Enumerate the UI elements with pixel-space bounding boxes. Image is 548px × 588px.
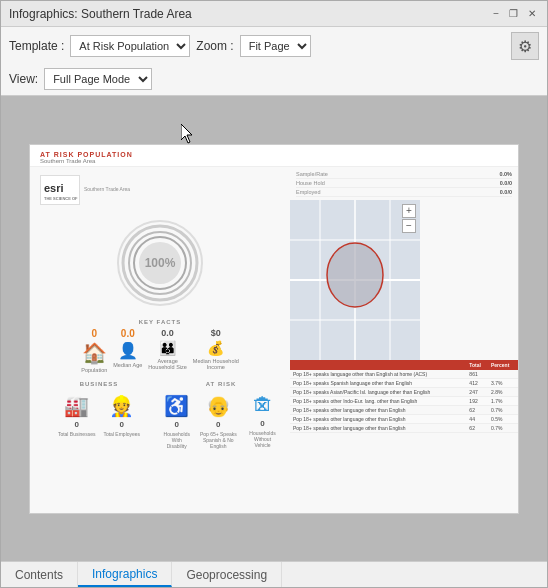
table-cell-1-1: 412 — [466, 378, 488, 387]
ig-body: esri THE SCIENCE OF WHERE Southern Trade… — [30, 167, 518, 513]
title-bar: Infographics: Southern Trade Area − ❐ ✕ — [1, 1, 547, 27]
template-label: Template : — [9, 39, 64, 53]
biz-total-employees-label: Total Employees — [103, 431, 140, 437]
stats-employed-label: Employed — [296, 189, 320, 195]
restore-button[interactable]: ❐ — [506, 7, 521, 20]
senior-icon: 👴 — [206, 394, 231, 418]
person-icon: 👤 — [118, 341, 138, 360]
stats-sample-value: 0.0% — [499, 171, 512, 177]
fact-income-label: Median HouseholdIncome — [193, 358, 239, 370]
map-zoom-in-button[interactable]: + — [402, 204, 416, 218]
bottom-sections: BUSINESS 🏭 0 Total Businesses 👷 — [34, 379, 286, 455]
view-label: View: — [9, 72, 38, 86]
zoom-select[interactable]: Fit Page — [240, 35, 311, 57]
table-row: Pop 18+ speaks other language other than… — [290, 414, 518, 423]
table-row: Pop 18+ speaks language other than Engli… — [290, 370, 518, 379]
ig-left-panel: esri THE SCIENCE OF WHERE Southern Trade… — [30, 167, 290, 513]
at-risk-disability: ♿ 0 Households WithDisability — [162, 394, 191, 449]
at-risk-no-vehicle-label: Households WithoutVehicle — [245, 430, 280, 448]
fact-population-label: Population — [81, 367, 107, 373]
tab-infographics-label: Infographics — [92, 567, 157, 581]
stats-household-label: House Hold — [296, 180, 325, 186]
table-cell-5-1: 44 — [466, 414, 488, 423]
at-risk-spanish: 👴 0 Pop 65+ SpeaksSpanish & No English — [199, 394, 237, 449]
language-data-table: Total Percent Pop 18+ speaks language ot… — [290, 360, 518, 433]
esri-tagline: Southern Trade Area — [84, 186, 130, 193]
table-cell-0-0: Pop 18+ speaks language other than Engli… — [290, 370, 466, 379]
table-cell-0-2 — [488, 370, 518, 379]
fact-income-number: $0 — [211, 328, 221, 338]
fact-population-number: 0 — [91, 328, 97, 339]
donut-label: 100% — [145, 256, 176, 270]
map-controls: + − — [402, 204, 416, 233]
at-risk-no-vehicle-number: 0 — [260, 419, 264, 428]
table-row: Pop 18+ speaks Spanish language other th… — [290, 378, 518, 387]
table-row: Pop 18+ speaks other Indo-Eur. lang. oth… — [290, 396, 518, 405]
house-icon: 🏠 — [82, 341, 107, 365]
table-cell-3-1: 192 — [466, 396, 488, 405]
minimize-button[interactable]: − — [490, 7, 502, 20]
fact-median-age-label: Median Age — [113, 362, 142, 368]
stats-household-value: 0.0/0 — [500, 180, 512, 186]
table-row: Pop 18+ speaks other language other than… — [290, 405, 518, 414]
table-cell-5-0: Pop 18+ speaks other language other than… — [290, 414, 466, 423]
key-facts-label: KEY FACTS — [40, 319, 280, 325]
tab-contents[interactable]: Contents — [1, 562, 78, 587]
tab-bar: Contents Infographics Geoprocessing — [1, 561, 547, 587]
key-facts-section: KEY FACTS 0 🏠 Population 0.0 👤 — [34, 317, 286, 375]
table-cell-2-0: Pop 18+ speaks Asian/Pacific Isl. langua… — [290, 387, 466, 396]
close-button[interactable]: ✕ — [525, 7, 539, 20]
table-cell-2-2: 2.8% — [488, 387, 518, 396]
tab-geoprocessing-label: Geoprocessing — [186, 568, 267, 582]
stats-row-sample: Sample/Rate 0.0% — [296, 170, 512, 179]
stats-employed-value: 0.0/0 — [500, 189, 512, 195]
view-select[interactable]: Full Page Mode — [44, 68, 152, 90]
at-risk-no-vehicle: 🏚 0 Households WithoutVehicle — [245, 394, 280, 449]
fact-population: 0 🏠 Population — [81, 328, 107, 373]
map-zoom-out-button[interactable]: − — [402, 219, 416, 233]
fact-income: $0 💰 Median HouseholdIncome — [193, 328, 239, 373]
at-risk-icons: ♿ 0 Households WithDisability 👴 0 Pop 65… — [162, 390, 280, 453]
ig-subtitle2: Southern Trade Area — [84, 186, 130, 193]
table-row: Pop 18+ speaks other language other than… — [290, 423, 518, 432]
ig-subtitle: Southern Trade Area — [40, 158, 508, 164]
table-cell-3-0: Pop 18+ speaks other Indo-Eur. lang. oth… — [290, 396, 466, 405]
svg-text:esri: esri — [44, 182, 64, 194]
table-cell-1-2: 3.7% — [488, 378, 518, 387]
business-icons: 🏭 0 Total Businesses 👷 0 Total Employees — [40, 390, 158, 441]
fact-household-size-label: AverageHousehold Size — [148, 358, 187, 370]
business-label: BUSINESS — [40, 381, 158, 387]
table-cell-4-0: Pop 18+ speaks other language other than… — [290, 405, 466, 414]
biz-total-businesses-number: 0 — [74, 420, 78, 429]
factory-icon: 🏭 — [64, 394, 89, 418]
stats-row-employed: Employed 0.0/0 — [296, 188, 512, 197]
at-risk-disability-label: Households WithDisability — [162, 431, 191, 449]
stats-row-household: House Hold 0.0/0 — [296, 179, 512, 188]
settings-button[interactable]: ⚙ — [511, 32, 539, 60]
wheelchair-icon: ♿ — [164, 394, 189, 418]
ig-at-risk-label: AT RISK POPULATION — [40, 151, 133, 158]
toolbar-row-2: View: Full Page Mode — [9, 68, 539, 90]
money-icon: 💰 — [207, 340, 224, 356]
tab-infographics[interactable]: Infographics — [78, 562, 172, 587]
table-cell-6-1: 62 — [466, 423, 488, 432]
infographic-inner: AT RISK POPULATION Southern Trade Area — [30, 145, 518, 513]
table-header-row: Total Percent — [290, 360, 518, 370]
biz-total-businesses: 🏭 0 Total Businesses — [58, 394, 96, 437]
toolbar: Template : At Risk Population Zoom : Fit… — [1, 27, 547, 96]
worker-icon: 👷 — [109, 394, 134, 418]
tab-geoprocessing[interactable]: Geoprocessing — [172, 562, 282, 587]
template-select[interactable]: At Risk Population — [70, 35, 190, 57]
stats-sample-label: Sample/Rate — [296, 171, 328, 177]
infographic-frame: AT RISK POPULATION Southern Trade Area — [29, 144, 519, 514]
ig-title-row: AT RISK POPULATION — [40, 151, 508, 158]
table-cell-3-2: 1.7% — [488, 396, 518, 405]
svg-marker-0 — [181, 124, 192, 143]
gear-icon: ⚙ — [518, 37, 532, 56]
stats-section: Sample/Rate 0.0% House Hold 0.0/0 Employ… — [290, 167, 518, 200]
esri-logo-area: esri THE SCIENCE OF WHERE Southern Trade… — [34, 171, 286, 209]
at-risk-spanish-number: 0 — [216, 420, 220, 429]
map-view[interactable]: + − — [290, 200, 420, 360]
biz-total-employees: 👷 0 Total Employees — [103, 394, 140, 437]
ig-right-panel: Sample/Rate 0.0% House Hold 0.0/0 Employ… — [290, 167, 518, 513]
